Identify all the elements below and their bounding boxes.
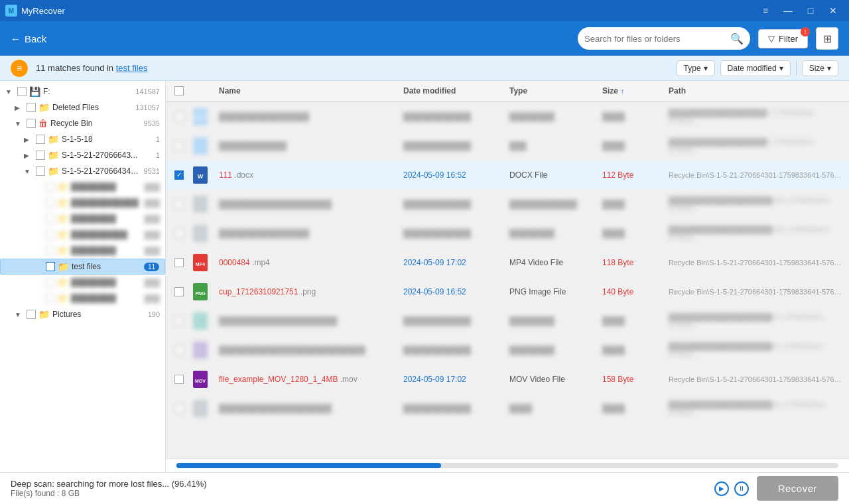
- close-button[interactable]: ✕: [822, 0, 844, 21]
- sort-date-button[interactable]: Date modified ▾: [720, 60, 791, 76]
- chevron-down-icon: ▾: [704, 64, 708, 73]
- deleted-files-checkbox[interactable]: [27, 103, 36, 112]
- table-header: Name Date modified Type Size ↑ Path: [166, 81, 849, 102]
- sidebar-item-test-files[interactable]: 📁 test files 11: [0, 259, 165, 275]
- sort-size-button[interactable]: Size ▾: [802, 60, 838, 76]
- row-check[interactable]: [166, 258, 192, 267]
- row-check: [166, 229, 192, 238]
- s-1-5-21-1-checkbox[interactable]: [36, 151, 45, 160]
- header-name[interactable]: Name: [214, 86, 398, 95]
- titlebar: M MyRecover ≡ — □ ✕: [0, 0, 849, 21]
- file-name: ████████████████████: [214, 200, 398, 209]
- file-path: ████████████████████|301-1759833641-5768…: [663, 225, 849, 241]
- row-checkbox[interactable]: [174, 375, 184, 384]
- maximize-button[interactable]: □: [800, 0, 821, 21]
- sidebar-item-s-1-5-21-2[interactable]: ▼ 📁 S-1-5-21-270664343... 9531: [0, 163, 165, 179]
- folder-icon: 📁: [48, 166, 59, 176]
- svg-rect-2: [193, 137, 208, 155]
- row-checkbox[interactable]: [174, 287, 184, 296]
- recycle-bin-icon: 🗑: [38, 118, 48, 129]
- sidebar-item-s-1-5-18[interactable]: ▶ 📁 S-1-5-18 1: [0, 131, 165, 147]
- sidebar-item-blurred-1: 📁 ████████ ███: [0, 179, 165, 195]
- file-date: 2024-05-09 16:52: [398, 287, 504, 296]
- row-check[interactable]: [166, 375, 192, 384]
- folder-link[interactable]: test files: [116, 63, 148, 73]
- sort-size-label: Size: [809, 64, 824, 73]
- drive-f-checkbox[interactable]: [17, 87, 27, 96]
- pause-button[interactable]: ⏸: [734, 481, 749, 496]
- titlebar-controls: ≡ — □ ✕: [755, 0, 844, 21]
- file-type-icon: [192, 342, 208, 358]
- play-button[interactable]: ▶: [714, 481, 729, 496]
- file-path: Recycle Bin\S-1-5-21-270664301-175983364…: [663, 288, 849, 296]
- sidebar-item-drive-f[interactable]: ▼ 💾 F: 141587: [0, 84, 165, 99]
- header-checkbox-col[interactable]: [166, 86, 192, 95]
- row-check[interactable]: ✓: [166, 170, 192, 180]
- header-type[interactable]: Type: [504, 86, 597, 95]
- file-size: 158 Byte: [597, 375, 663, 384]
- sidebar-item-pictures[interactable]: ▼ 📁 Pictures 190: [0, 306, 165, 322]
- pictures-checkbox[interactable]: [27, 310, 36, 319]
- h-scrollbar-container[interactable]: [166, 458, 849, 472]
- sort-divider: [796, 61, 797, 76]
- sidebar-item-blurred-6: 📁 ████████ ███: [0, 275, 165, 290]
- recycle-bin-checkbox[interactable]: [27, 119, 36, 128]
- select-all-checkbox[interactable]: [174, 86, 184, 95]
- scan-info: Deep scan: searching for more lost files…: [11, 479, 706, 498]
- pictures-count: 190: [148, 310, 160, 318]
- sidebar-item-recycle-bin[interactable]: ▼ 🗑 Recycle Bin 9535: [0, 115, 165, 131]
- recover-button[interactable]: Recover: [757, 476, 838, 501]
- filter-button[interactable]: ▽ Filter !: [758, 29, 808, 48]
- table-row[interactable]: ✓ W 111 .docx 2024-05-09 16:52 DOCX File…: [166, 160, 849, 190]
- file-size: 118 Byte: [597, 258, 663, 267]
- table-row: ████████████████████ ████████████ ██████…: [166, 190, 849, 219]
- file-date: 2024-05-09 17:02: [398, 375, 504, 384]
- minimize-button[interactable]: —: [777, 0, 799, 21]
- file-path: ████████████████████01-1759833641-576823…: [663, 313, 849, 329]
- file-type: ████████: [504, 316, 597, 326]
- file-type-icon: DOC: [192, 109, 208, 125]
- header-date[interactable]: Date modified: [398, 86, 504, 95]
- file-path: Recycle Bin\S-1-5-21-270664301-175983364…: [663, 259, 849, 267]
- file-size: ████: [597, 112, 663, 121]
- file-date: ████████████: [398, 229, 504, 238]
- scan-title: Deep scan: searching for more lost files…: [11, 479, 706, 489]
- header-size[interactable]: Size ↑: [597, 86, 663, 95]
- s-1-5-21-2-label: S-1-5-21-270664343...: [62, 166, 141, 176]
- status-icon: ≡: [11, 60, 28, 77]
- search-box[interactable]: 🔍: [578, 27, 750, 50]
- sidebar-item-blurred-5: 📁 ████████ ███: [0, 243, 165, 259]
- recycle-bin-count: 9535: [144, 119, 160, 127]
- scan-sub: File(s) found : 8 GB: [11, 489, 706, 498]
- grid-view-button[interactable]: ⊞: [816, 27, 838, 50]
- file-size: ████: [597, 200, 663, 209]
- back-arrow-icon: ←: [11, 33, 21, 44]
- h-scrollbar[interactable]: [176, 463, 838, 468]
- s-1-5-21-2-checkbox[interactable]: [36, 166, 45, 176]
- folder-icon: 📁: [58, 261, 69, 272]
- file-name: ████████████████: [214, 112, 398, 121]
- table-row[interactable]: PNG cup_17126310921751 .png 2024-05-09 1…: [166, 277, 849, 306]
- test-files-checkbox[interactable]: [46, 262, 55, 271]
- row-check[interactable]: [166, 287, 192, 296]
- file-type: ████████: [504, 346, 597, 355]
- sort-type-button[interactable]: Type ▾: [677, 60, 715, 76]
- file-path: ████████████████████|01-1759833641-57682…: [663, 401, 849, 416]
- h-scrollbar-thumb[interactable]: [176, 463, 441, 468]
- deleted-files-icon: 📁: [38, 102, 50, 113]
- header-path[interactable]: Path: [663, 86, 849, 95]
- s-1-5-18-count: 1: [156, 135, 160, 143]
- table-row[interactable]: MP4 0000484 .mp4 2024-05-09 17:02 MP4 Vi…: [166, 248, 849, 277]
- menu-button[interactable]: ≡: [755, 0, 776, 21]
- back-button[interactable]: ← Back: [11, 33, 46, 44]
- search-icon[interactable]: 🔍: [730, 32, 744, 45]
- search-input[interactable]: [584, 34, 726, 44]
- sidebar-item-deleted-files[interactable]: ▶ 📁 Deleted Files 131057: [0, 99, 165, 115]
- table-row[interactable]: MOV file_example_MOV_1280_1_4MB .mov 202…: [166, 365, 849, 394]
- row-checkbox[interactable]: [174, 258, 184, 267]
- expand-arrow-icon: ▼: [24, 168, 33, 175]
- s-1-5-18-checkbox[interactable]: [36, 135, 45, 144]
- sidebar-item-s-1-5-21-1[interactable]: ▶ 📁 S-1-5-21-27066643... 1: [0, 147, 165, 163]
- file-type-icon: [192, 138, 208, 154]
- row-checkbox[interactable]: ✓: [174, 170, 184, 180]
